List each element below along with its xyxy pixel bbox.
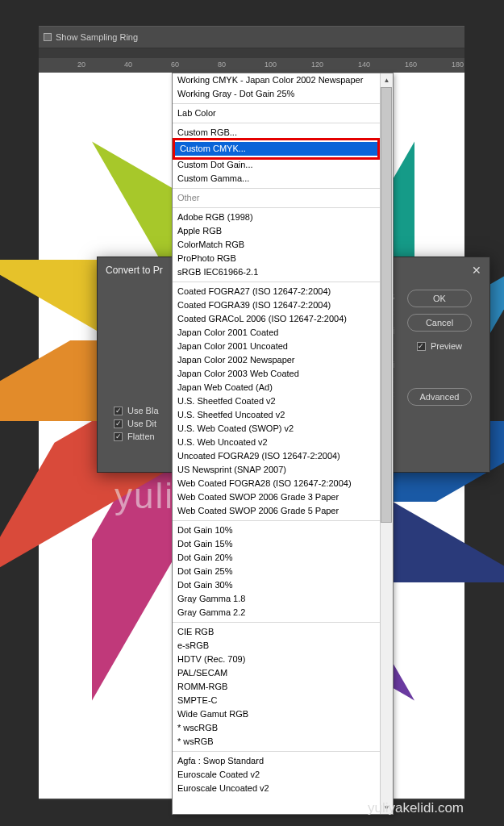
highlighted-selection: Custom CMYK... [173, 138, 380, 160]
ruler-mark: 80 [218, 60, 226, 69]
dropdown-item[interactable]: SMPTE-C [173, 694, 380, 707]
preview-checkbox[interactable]: ✓ [417, 342, 426, 351]
scroll-thumb[interactable] [381, 87, 392, 523]
dropdown-item[interactable]: Gray Gamma 2.2 [173, 606, 380, 620]
dropdown-item[interactable]: Dot Gain 15% [173, 537, 380, 551]
dropdown-item[interactable]: Dot Gain 10% [173, 524, 380, 537]
dropdown-item[interactable]: * wsRGB [173, 735, 380, 749]
dropdown-item[interactable]: sRGB IEC61966-2.1 [173, 265, 380, 279]
sampling-ring-checkbox[interactable] [44, 33, 52, 41]
dropdown-item[interactable]: ProPhoto RGB [173, 252, 380, 265]
ruler-mark: 40 [124, 60, 132, 69]
dropdown-item[interactable]: Euroscale Coated v2 [173, 768, 380, 782]
dropdown-item[interactable]: Web Coated SWOP 2006 Grade 5 Paper [173, 504, 380, 518]
dropdown-item[interactable]: Japan Color 2003 Web Coated [173, 367, 380, 381]
dropdown-item[interactable]: ROMM-RGB [173, 680, 380, 694]
dropdown-separator [173, 520, 380, 521]
dropdown-separator [173, 123, 380, 123]
dropdown-item[interactable]: US Newsprint (SNAP 2007) [173, 463, 380, 477]
dropdown-item[interactable]: CIE RGB [173, 625, 380, 639]
dropdown-item[interactable]: U.S. Web Uncoated v2 [173, 436, 380, 449]
dropdown-item[interactable]: Coated FOGRA27 (ISO 12647-2:2004) [173, 285, 380, 298]
preview-row[interactable]: ✓ Preview [417, 341, 462, 351]
dropdown-item[interactable]: Custom Dot Gain... [173, 158, 380, 172]
preview-label: Preview [431, 341, 462, 351]
profile-dropdown-list[interactable]: Working CMYK - Japan Color 2002 Newspape… [172, 73, 394, 815]
dropdown-item[interactable]: * wscRGB [173, 721, 380, 735]
dropdown-item[interactable]: Japan Color 2002 Newspaper [173, 353, 380, 367]
dropdown-item[interactable]: Custom Gamma... [173, 172, 380, 186]
dropdown-item[interactable]: ColorMatch RGB [173, 238, 380, 252]
use-black-point-checkbox[interactable]: ✓ [114, 407, 123, 415]
scroll-up-arrow[interactable]: ▲ [381, 73, 393, 86]
dropdown-item[interactable]: Japan Web Coated (Ad) [173, 381, 380, 394]
dropdown-item[interactable]: Agfa : Swop Standard [173, 754, 380, 768]
sampling-ring-label: Show Sampling Ring [56, 32, 138, 42]
dropdown-item[interactable]: Japan Color 2001 Coated [173, 326, 380, 340]
dropdown-item[interactable]: U.S. Sheetfed Coated v2 [173, 394, 380, 408]
dropdown-item[interactable]: Euroscale Uncoated v2 [173, 782, 380, 795]
use-black-point-label: Use Bla [127, 406, 159, 415]
dropdown-separator [173, 751, 380, 752]
dropdown-item[interactable]: Coated FOGRA39 (ISO 12647-2:2004) [173, 298, 380, 312]
dropdown-item[interactable]: Dot Gain 30% [173, 578, 380, 592]
dropdown-item[interactable]: Wide Gamut RGB [173, 707, 380, 721]
dropdown-item[interactable]: Working Gray - Dot Gain 25% [173, 87, 380, 101]
cancel-button[interactable]: Cancel [407, 314, 472, 332]
options-bar: Show Sampling Ring [39, 26, 464, 48]
ruler-mark: 180 [452, 60, 464, 69]
dropdown-item[interactable]: HDTV (Rec. 709) [173, 653, 380, 666]
dropdown-item[interactable]: Uncoated FOGRA29 (ISO 12647-2:2004) [173, 449, 380, 463]
dropdown-item[interactable]: Dot Gain 20% [173, 551, 380, 565]
dropdown-scrollbar[interactable]: ▲ ▼ [380, 73, 393, 814]
dropdown-item[interactable]: Web Coated FOGRA28 (ISO 12647-2:2004) [173, 477, 380, 490]
ok-button[interactable]: OK [407, 290, 472, 307]
flatten-label: Flatten [127, 432, 155, 441]
dropdown-separator [173, 188, 380, 189]
dropdown-item[interactable]: Japan Color 2001 Uncoated [173, 340, 380, 353]
dropdown-item[interactable]: U.S. Sheetfed Uncoated v2 [173, 408, 380, 422]
dropdown-item[interactable]: Apple RGB [173, 224, 380, 238]
dropdown-item[interactable]: Working CMYK - Japan Color 2002 Newspape… [173, 73, 380, 87]
dropdown-separator [173, 103, 380, 104]
dropdown-item[interactable]: PAL/SECAM [173, 666, 380, 680]
app-frame: Show Sampling Ring 202040608010012014016… [39, 26, 464, 800]
dropdown-item[interactable]: e-sRGB [173, 639, 380, 653]
dropdown-item[interactable]: Lab Color [173, 106, 380, 120]
use-dither-checkbox[interactable]: ✓ [114, 419, 123, 428]
dropdown-item[interactable]: Gray Gamma 1.8 [173, 592, 380, 606]
use-dither-label: Use Dit [127, 419, 156, 428]
ruler-mark: 20 [77, 60, 85, 69]
dropdown-item[interactable]: Custom CMYK... [175, 142, 377, 156]
ruler-mark: 100 [264, 60, 277, 69]
dropdown-separator [173, 622, 380, 623]
ruler: 2020406080100120140160180 [39, 58, 464, 73]
footer-watermark: yuliyakelidi.com [368, 800, 464, 816]
dropdown-item: Other [173, 191, 380, 205]
dropdown-item[interactable]: Adobe RGB (1998) [173, 211, 380, 224]
dropdown-item[interactable]: U.S. Web Coated (SWOP) v2 [173, 422, 380, 436]
dropdown-item[interactable]: Web Coated SWOP 2006 Grade 3 Paper [173, 490, 380, 504]
flatten-checkbox[interactable]: ✓ [114, 432, 123, 441]
dropdown-separator [173, 207, 380, 208]
advanced-button[interactable]: Advanced [407, 388, 472, 406]
dialog-title: Convert to Pr [106, 265, 163, 276]
ruler-mark: 160 [405, 60, 417, 69]
dropdown-separator [173, 282, 380, 282]
dropdown-item[interactable]: Dot Gain 25% [173, 565, 380, 578]
ruler-mark: 120 [311, 60, 323, 69]
close-button[interactable]: ✕ [472, 264, 481, 277]
ruler-mark: 140 [358, 60, 370, 69]
ruler-mark: 60 [171, 60, 179, 69]
dropdown-item[interactable]: Coated GRACoL 2006 (ISO 12647-2:2004) [173, 312, 380, 326]
